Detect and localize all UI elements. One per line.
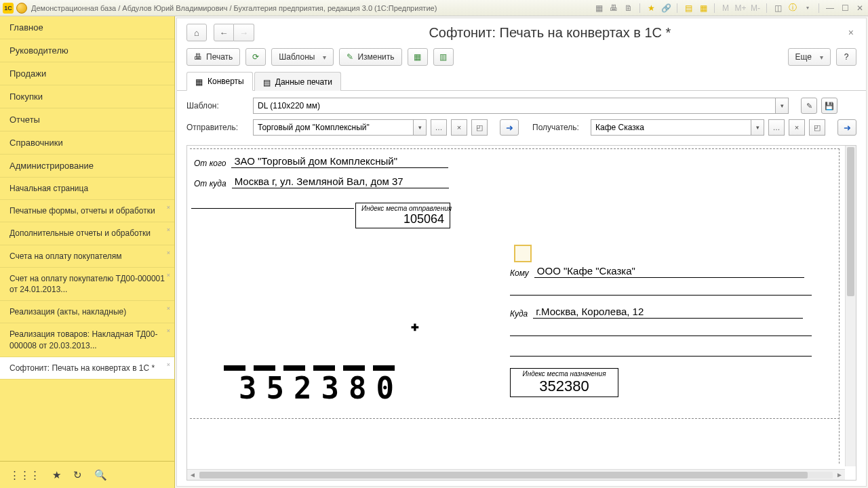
- content-area: ⌂ ← → Софтонит: Печать на конвертах в 1С…: [176, 18, 867, 487]
- star-icon[interactable]: ★: [646, 3, 656, 14]
- swap-left-button[interactable]: ➜: [837, 119, 856, 136]
- sidebar-item-main[interactable]: Главное: [0, 16, 174, 39]
- mplus-icon[interactable]: M+: [735, 3, 746, 14]
- recipient-line5: [510, 356, 812, 357]
- back-button[interactable]: ←: [214, 24, 234, 41]
- toaddr-label: Куда: [510, 309, 528, 319]
- recipient-open-button[interactable]: ◰: [809, 119, 825, 136]
- templates-button[interactable]: Шаблоны: [271, 48, 334, 66]
- sender-dots-button[interactable]: …: [431, 119, 447, 136]
- template-input[interactable]: [253, 98, 775, 114]
- sidebar-item-addreports[interactable]: Дополнительные отчеты и обработки×: [0, 222, 174, 245]
- tool2-button[interactable]: ▥: [433, 48, 454, 66]
- horizontal-scrollbar[interactable]: ◄ ►: [187, 469, 845, 480]
- swap-right-button[interactable]: ➜: [500, 119, 519, 136]
- fromaddr-value: Москва г, ул. Земляной Вал, дом 37: [232, 176, 449, 188]
- stamp-box: [514, 245, 532, 262]
- recipient-clear-button[interactable]: ×: [789, 119, 805, 136]
- tab-printdata[interactable]: ▤Данные печати: [254, 72, 341, 91]
- sender-input[interactable]: [253, 119, 413, 136]
- edit-label: Изменить: [357, 52, 394, 62]
- close-icon[interactable]: ×: [167, 327, 170, 335]
- sender-clear-button[interactable]: ×: [451, 119, 467, 136]
- mminus-icon[interactable]: M-: [750, 3, 761, 14]
- sidebar-item-purchases[interactable]: Покупки: [0, 85, 174, 108]
- tool1-button[interactable]: ▦: [408, 48, 428, 66]
- home-button[interactable]: ⌂: [186, 24, 207, 41]
- close-icon[interactable]: ×: [167, 226, 170, 234]
- sidebar-item-realization[interactable]: Реализация (акты, накладные)×: [0, 301, 174, 323]
- search-icon[interactable]: 🔍: [94, 469, 107, 481]
- scroll-left-icon[interactable]: ◄: [187, 471, 198, 479]
- forward-button[interactable]: →: [234, 24, 254, 41]
- more-button[interactable]: Еще: [788, 48, 831, 66]
- close-page-icon[interactable]: ×: [846, 27, 856, 38]
- scroll-right-icon[interactable]: ►: [834, 471, 845, 479]
- sidebar-item-reports[interactable]: Отчеты: [0, 108, 174, 131]
- template-edit-button[interactable]: ✎: [801, 98, 817, 114]
- sidebar-item-invoice1[interactable]: Счет на оплату покупателю ТД00-000001 от…: [0, 268, 174, 301]
- sidebar-item-label: Софтонит: Печать на конвертах в 1С *: [9, 363, 155, 373]
- m-icon[interactable]: M: [720, 3, 731, 14]
- print-icon[interactable]: 🖶: [608, 3, 619, 14]
- sidebar-item-sales[interactable]: Продажи: [0, 62, 174, 85]
- template-label: Шаблон:: [186, 101, 249, 110]
- template-dropdown[interactable]: ▾: [775, 98, 789, 114]
- close-icon[interactable]: ×: [167, 203, 170, 211]
- hscroll-thumb[interactable]: [199, 472, 808, 479]
- sender-label: Отправитель:: [186, 123, 249, 132]
- info-icon[interactable]: ⓘ: [787, 3, 798, 14]
- tab-envelopes[interactable]: ▦Конверты: [186, 72, 253, 91]
- info-drop-icon[interactable]: ▾: [802, 3, 813, 14]
- sender-dropdown[interactable]: ▾: [413, 119, 427, 136]
- calendar-icon[interactable]: ▦: [698, 3, 709, 14]
- tb-icon-1[interactable]: ▦: [593, 3, 604, 14]
- sidebar-item-softtonit[interactable]: Софтонит: Печать на конвертах в 1С *×: [0, 357, 174, 380]
- panel-icon[interactable]: ◫: [772, 3, 783, 14]
- sidebar-item-realization1[interactable]: Реализация товаров: Накладная ТД00-00000…: [0, 323, 174, 357]
- edit-button[interactable]: ✎Изменить: [339, 48, 401, 66]
- help-button[interactable]: ?: [836, 48, 856, 66]
- maximize-icon[interactable]: ☐: [840, 3, 850, 14]
- close-icon[interactable]: ×: [167, 304, 170, 312]
- sidebar-item-label: Реализация (акты, накладные): [9, 307, 126, 317]
- calc-icon[interactable]: ▤: [683, 3, 694, 14]
- print-button[interactable]: 🖶Печать: [186, 48, 240, 66]
- template-save-button[interactable]: 💾: [821, 98, 837, 114]
- favorite-icon[interactable]: ★: [52, 469, 61, 481]
- link-icon[interactable]: 🔗: [660, 3, 671, 14]
- dest-index-value: 352380: [516, 378, 612, 395]
- minimize-icon[interactable]: —: [825, 3, 835, 14]
- from-value: ЗАО "Торговый дом Комплексный": [231, 155, 448, 168]
- dropdown-orb-icon[interactable]: [16, 3, 27, 14]
- from-label: От кого: [194, 159, 226, 168]
- printer-icon: 🖶: [194, 52, 202, 62]
- refresh-button[interactable]: ⟳: [245, 48, 266, 66]
- sidebar-item-manager[interactable]: Руководителю: [0, 39, 174, 62]
- window-title: Демонстрационная база / Абдулов Юрий Вла…: [31, 4, 593, 12]
- sidebar-item-printforms[interactable]: Печатные формы, отчеты и обработки×: [0, 200, 174, 222]
- scrollbar-thumb[interactable]: [847, 147, 854, 296]
- sidebar-bottom: ⋮⋮⋮ ★ ↻ 🔍: [0, 461, 174, 488]
- sender-open-button[interactable]: ◰: [471, 119, 488, 136]
- close-icon[interactable]: ×: [167, 361, 170, 369]
- sidebar-item-admin[interactable]: Администрирование: [0, 155, 174, 178]
- close-window-icon[interactable]: ✕: [854, 3, 865, 14]
- sidebar: Главное Руководителю Продажи Покупки Отч…: [0, 16, 175, 488]
- sidebar-item-startpage[interactable]: Начальная страница: [0, 178, 174, 200]
- recipient-input[interactable]: [591, 119, 751, 136]
- history-icon[interactable]: ↻: [73, 469, 82, 481]
- recipient-line2: [510, 295, 812, 296]
- recipient-dots-button[interactable]: …: [768, 119, 785, 136]
- table-icon: ▦: [414, 52, 421, 62]
- recipient-dropdown[interactable]: ▾: [751, 119, 764, 136]
- sidebar-item-invoices[interactable]: Счета на оплату покупателям×: [0, 245, 174, 268]
- sidebar-item-catalogs[interactable]: Справочники: [0, 131, 174, 155]
- close-icon[interactable]: ×: [167, 271, 170, 279]
- doc-icon[interactable]: 🗎: [623, 3, 634, 14]
- dest-index-label: Индекс места назначения: [516, 370, 612, 378]
- apps-icon[interactable]: ⋮⋮⋮: [9, 469, 40, 481]
- close-icon[interactable]: ×: [167, 249, 170, 257]
- vertical-scrollbar[interactable]: [845, 146, 856, 466]
- refresh-icon: ⟳: [252, 52, 259, 62]
